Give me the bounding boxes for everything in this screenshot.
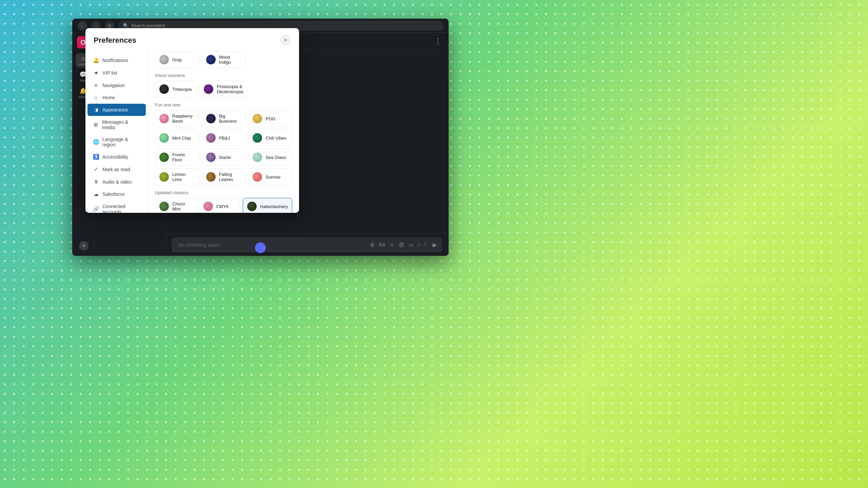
input-icons: ⊕ Aa ☺ @ ▭ ♪ / ▶ <box>370 242 437 248</box>
mint-chip-swatch <box>159 133 169 143</box>
raspberry-label: Raspberry Beret <box>172 114 195 124</box>
pog-swatch <box>253 114 262 123</box>
theme-slackr[interactable]: Slackr <box>202 149 246 166</box>
home-nav-icon: ⌂ <box>93 95 99 100</box>
emoji-icon[interactable]: ☺ <box>389 242 395 248</box>
salesforce-icon: ☁ <box>93 191 99 197</box>
message-input-box[interactable]: Jot something down ⊕ Aa ☺ @ ▭ ♪ / ▶ <box>172 238 442 252</box>
fun-themes-grid: Raspberry Beret Big Business POG Mint Ch… <box>155 110 292 185</box>
mint-chip-label: Mint Chip <box>172 136 191 141</box>
theme-protanopia[interactable]: Protanopia & Deuteranopia <box>199 81 248 98</box>
message-input-placeholder: Jot something down <box>177 242 220 248</box>
pbj-label: PB&J <box>219 136 230 141</box>
fun-and-new-label: Fun and new <box>155 102 292 107</box>
nav-label-navigation: Navigation <box>102 83 125 88</box>
theme-mood-indigo[interactable]: Mood Indigo <box>202 51 246 68</box>
nav-item-salesforce[interactable]: ☁ Salesforce <box>87 188 146 200</box>
connected-icon: 🔗 <box>93 206 99 212</box>
gray-swatch <box>159 55 169 64</box>
theme-chill-vibes[interactable]: Chill Vibes <box>248 130 292 146</box>
nav-label-home: Home <box>102 95 115 100</box>
theme-cmyk[interactable]: CMYK <box>199 198 240 213</box>
format-icon[interactable]: Aa <box>378 242 385 248</box>
theme-pog[interactable]: POG <box>248 110 292 127</box>
theme-forest-floor[interactable]: Forest Floor <box>155 149 199 166</box>
theme-choco-mint[interactable]: Choco Mint <box>155 198 196 213</box>
slackr-label: Slackr <box>219 155 231 160</box>
accessibility-icon: ♿ <box>93 154 99 160</box>
theme-gray[interactable]: Gray <box>155 51 199 68</box>
vision-themes-grid: Tritanopia Protanopia & Deuteranopia <box>155 81 292 98</box>
more-options-button[interactable]: ⋮ <box>434 37 442 46</box>
updated-classics-label: Updated classics <box>155 190 292 195</box>
modal-themes-content: Gray Mood Indigo Vision assistive Tritan… <box>148 51 299 213</box>
theme-lemon-lime[interactable]: Lemon Lime <box>155 168 199 185</box>
theme-tritanopia[interactable]: Tritanopia <box>155 81 197 98</box>
messages-icon: ⊞ <box>93 122 99 128</box>
choco-mint-swatch <box>159 202 169 211</box>
theme-sea-glass[interactable]: Sea Glass <box>248 149 292 166</box>
sea-glass-label: Sea Glass <box>265 155 286 160</box>
nav-label-audio: Audio & video <box>102 179 132 185</box>
user-avatar[interactable] <box>255 242 266 253</box>
nav-item-mark-as-read[interactable]: ✓ Mark as read <box>87 163 146 176</box>
video-icon[interactable]: ▭ <box>409 242 414 248</box>
preferences-modal: Preferences × 🔔 Notifications ★ VIP list… <box>85 28 299 213</box>
modal-header: Preferences × <box>85 28 299 46</box>
theme-raspberry-beret[interactable]: Raspberry Beret <box>155 110 199 127</box>
theme-big-business[interactable]: Big Business <box>202 110 246 127</box>
add-workspace-button[interactable]: + <box>79 241 88 250</box>
big-business-swatch <box>206 114 216 123</box>
address-bar-text: Search pocketlint <box>131 23 165 28</box>
slash-icon[interactable]: / <box>425 242 426 248</box>
theme-pbj[interactable]: PB&J <box>202 130 246 146</box>
mark-read-icon: ✓ <box>93 166 99 172</box>
sea-glass-swatch <box>253 152 262 162</box>
nav-label-notifications: Notifications <box>102 58 128 63</box>
send-icon[interactable]: ▶ <box>433 242 437 248</box>
browser-back-button[interactable]: ← <box>78 21 87 30</box>
gray-label: Gray <box>172 57 182 62</box>
mention-icon[interactable]: @ <box>399 242 404 248</box>
audio-nav-icon: 🎙 <box>93 179 99 185</box>
nav-item-connected-accounts[interactable]: 🔗 Connected accounts <box>87 201 146 213</box>
theme-haberdashery[interactable]: Haberdashery <box>243 198 292 213</box>
theme-sunrise[interactable]: Sunrise <box>248 168 292 185</box>
nav-item-messages-media[interactable]: ⊞ Messages & media <box>87 116 146 133</box>
vision-assistive-label: Vision assistive <box>155 73 292 78</box>
notifications-icon: 🔔 <box>93 57 99 63</box>
nav-item-language[interactable]: 🌐 Language & region <box>87 134 146 150</box>
nav-item-vip-list[interactable]: ★ VIP list <box>87 67 146 79</box>
raspberry-swatch <box>159 114 169 123</box>
nav-item-notifications[interactable]: 🔔 Notifications <box>87 54 146 66</box>
nav-item-home[interactable]: ⌂ Home <box>87 92 146 103</box>
modal-close-button[interactable]: × <box>280 35 291 46</box>
pbj-swatch <box>206 133 216 143</box>
navigation-icon: ≡ <box>93 82 99 88</box>
nav-label-accessibility: Accessibility <box>102 154 128 160</box>
nav-label-appearance: Appearance <box>102 107 128 113</box>
chill-vibes-label: Chill Vibes <box>265 136 286 141</box>
nav-label-connected: Connected accounts <box>102 204 140 213</box>
slackr-swatch <box>206 152 216 162</box>
cmyk-label: CMYK <box>216 204 229 209</box>
nav-item-navigation[interactable]: ≡ Navigation <box>87 79 146 91</box>
theme-falling-leaves[interactable]: Falling Leaves <box>202 168 246 185</box>
tritanopia-label: Tritanopia <box>172 87 192 92</box>
nav-label-vip: VIP list <box>102 70 117 76</box>
message-input-area: Jot something down ⊕ Aa ☺ @ ▭ ♪ / ▶ <box>165 233 449 256</box>
forest-floor-label: Forest Floor <box>172 152 195 162</box>
nav-item-audio-video[interactable]: 🎙 Audio & video <box>87 176 146 188</box>
big-business-label: Big Business <box>219 114 241 124</box>
mood-indigo-swatch <box>206 55 216 64</box>
lemon-lime-label: Lemon Lime <box>172 172 195 182</box>
language-icon: 🌐 <box>93 139 99 145</box>
audio-icon[interactable]: ♪ <box>418 242 420 248</box>
add-icon[interactable]: ⊕ <box>370 242 374 248</box>
nav-item-appearance[interactable]: ◑ Appearance <box>87 104 146 116</box>
nav-item-accessibility[interactable]: ♿ Accessibility <box>87 151 146 163</box>
theme-mint-chip[interactable]: Mint Chip <box>155 130 199 146</box>
modal-nav: 🔔 Notifications ★ VIP list ≡ Navigation … <box>85 51 148 213</box>
appearance-icon: ◑ <box>93 107 99 113</box>
modal-title: Preferences <box>94 36 136 45</box>
